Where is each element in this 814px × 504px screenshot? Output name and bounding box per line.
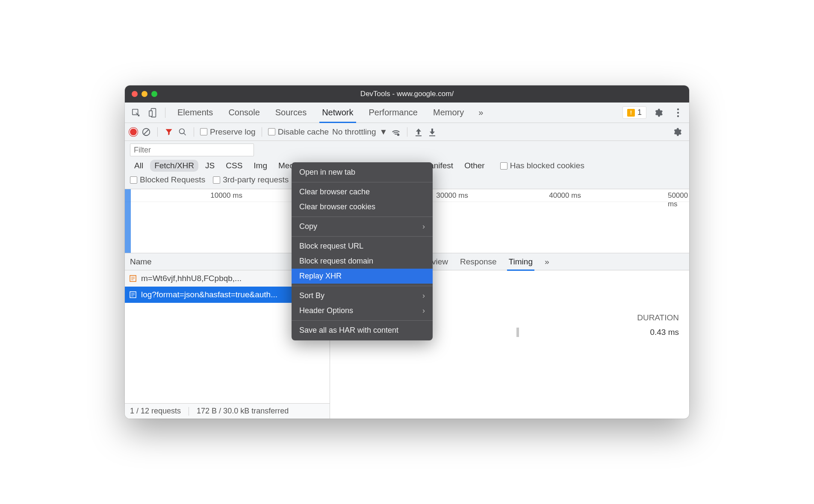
request-name: log?format=json&hasfast=true&auth... xyxy=(141,290,277,299)
queueing-bar xyxy=(516,328,519,337)
menu-separator xyxy=(292,217,433,217)
menu-item-copy[interactable]: Copy› xyxy=(292,219,433,234)
window-title: DevTools - www.google.com/ xyxy=(360,90,454,98)
warning-icon: ! xyxy=(627,109,635,117)
transfer-size: 172 B / 30.0 kB transferred xyxy=(197,407,289,416)
inspect-icon[interactable] xyxy=(130,107,142,119)
detail-tabs-overflow-icon[interactable]: » xyxy=(545,253,549,270)
chevron-right-icon: › xyxy=(422,291,425,300)
timeline-tick: 50000 ms xyxy=(668,191,688,208)
minimize-window-button[interactable] xyxy=(142,91,147,97)
tabs-overflow-icon[interactable]: » xyxy=(473,108,488,117)
menu-item-clear-browser-cookies[interactable]: Clear browser cookies xyxy=(292,199,433,214)
blocked-requests-checkbox[interactable]: Blocked Requests xyxy=(130,175,205,185)
detail-tab-timing[interactable]: Timing xyxy=(509,253,533,270)
issues-badge[interactable]: ! 1 xyxy=(622,106,646,119)
timeline-tick: 40000 ms xyxy=(549,191,581,200)
svg-point-5 xyxy=(677,115,679,117)
chevron-right-icon: › xyxy=(422,222,425,231)
window-controls xyxy=(132,91,157,97)
network-settings-icon[interactable] xyxy=(669,124,685,140)
third-party-checkbox[interactable]: 3rd-party requests xyxy=(213,175,289,185)
tab-sources[interactable]: Sources xyxy=(268,103,314,123)
file-icon xyxy=(129,291,137,299)
menu-item-clear-browser-cache[interactable]: Clear browser cache xyxy=(292,185,433,199)
timeline-tick: 30000 ms xyxy=(436,191,468,200)
menu-item-block-request-url[interactable]: Block request URL xyxy=(292,239,433,254)
tab-network[interactable]: Network xyxy=(314,103,361,123)
tab-elements[interactable]: Elements xyxy=(170,103,221,123)
filter-type-fetchxhr[interactable]: Fetch/XHR xyxy=(150,160,198,172)
menu-separator xyxy=(292,320,433,321)
clear-icon[interactable] xyxy=(141,127,151,137)
duration-label: DURATION xyxy=(637,313,679,322)
dropdown-icon: ▼ xyxy=(379,127,387,137)
menu-item-replay-xhr[interactable]: Replay XHR xyxy=(292,269,433,284)
timeline-tick: 10000 ms xyxy=(210,191,242,200)
menu-item-block-request-domain[interactable]: Block request domain xyxy=(292,254,433,269)
timeline-marker xyxy=(125,189,131,253)
menu-separator xyxy=(292,286,433,286)
download-har-icon[interactable] xyxy=(427,127,437,137)
tab-console[interactable]: Console xyxy=(221,103,267,123)
devtools-window: DevTools - www.google.com/ ElementsConso… xyxy=(125,85,689,419)
tabbar: ElementsConsoleSourcesNetworkPerformance… xyxy=(125,103,689,123)
preserve-log-checkbox[interactable]: Preserve log xyxy=(200,127,256,137)
menu-item-sort-by[interactable]: Sort By› xyxy=(292,288,433,303)
disable-cache-checkbox[interactable]: Disable cache xyxy=(268,127,329,137)
request-name: m=Wt6vjf,hhhU8,FCpbqb,... xyxy=(141,274,242,283)
divider xyxy=(165,108,165,118)
settings-icon[interactable] xyxy=(651,105,666,120)
filter-type-other[interactable]: Other xyxy=(460,160,489,172)
chevron-right-icon: › xyxy=(422,306,425,315)
network-conditions-icon[interactable] xyxy=(391,127,401,137)
more-menu-icon[interactable] xyxy=(670,105,686,120)
filter-type-js[interactable]: JS xyxy=(201,160,219,172)
filter-input[interactable] xyxy=(130,144,254,156)
throttling-select[interactable]: No throttling ▼ xyxy=(332,127,387,137)
menu-item-save-all-as-har-with-content[interactable]: Save all as HAR with content xyxy=(292,323,433,338)
device-toggle-icon[interactable] xyxy=(147,107,159,119)
detail-tab-response[interactable]: Response xyxy=(460,253,497,270)
upload-har-icon[interactable] xyxy=(413,127,424,137)
request-count: 1 / 12 requests xyxy=(130,407,181,416)
network-toolbar: Preserve log Disable cache No throttling… xyxy=(125,123,689,141)
menu-item-header-options[interactable]: Header Options› xyxy=(292,303,433,318)
svg-point-3 xyxy=(677,108,679,110)
has-blocked-cookies-checkbox[interactable]: Has blocked cookies xyxy=(500,161,584,170)
status-bar: 1 / 12 requests 172 B / 30.0 kB transfer… xyxy=(125,403,330,419)
svg-point-8 xyxy=(397,133,400,136)
record-button[interactable] xyxy=(129,128,138,136)
tab-memory[interactable]: Memory xyxy=(425,103,472,123)
tab-performance[interactable]: Performance xyxy=(361,103,426,123)
svg-rect-2 xyxy=(149,111,152,116)
filter-type-css[interactable]: CSS xyxy=(221,160,247,172)
filter-icon[interactable] xyxy=(164,127,174,137)
filter-type-img[interactable]: Img xyxy=(249,160,271,172)
maximize-window-button[interactable] xyxy=(151,91,157,97)
issues-count: 1 xyxy=(637,108,642,117)
menu-separator xyxy=(292,182,433,182)
menu-separator xyxy=(292,236,433,237)
svg-point-4 xyxy=(677,111,679,113)
titlebar: DevTools - www.google.com/ xyxy=(125,85,689,103)
search-icon[interactable] xyxy=(177,127,188,137)
queueing-value: 0.43 ms xyxy=(650,328,679,337)
menu-item-open-in-new-tab[interactable]: Open in new tab xyxy=(292,165,433,180)
file-icon xyxy=(129,275,137,282)
close-window-button[interactable] xyxy=(132,91,138,97)
filter-type-all[interactable]: All xyxy=(130,160,147,172)
context-menu: Open in new tabClear browser cacheClear … xyxy=(292,162,433,340)
svg-point-7 xyxy=(180,129,185,134)
